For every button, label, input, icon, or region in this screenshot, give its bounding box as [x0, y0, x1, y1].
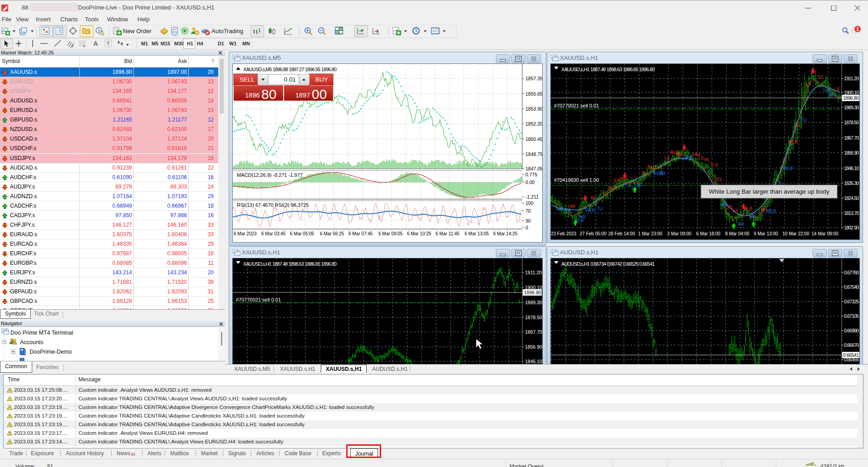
- svg-text:1911.20: 1911.20: [844, 76, 859, 81]
- svg-text:HI: HI: [704, 157, 709, 162]
- svg-text:27 Feb 05:00: 27 Feb 05:00: [580, 231, 607, 236]
- svg-text:BUY: BUY: [315, 76, 328, 83]
- svg-text:SX: SX: [817, 74, 824, 79]
- svg-text:LX: LX: [834, 87, 840, 92]
- svg-text:6 Mar 2023: 6 Mar 2023: [234, 231, 257, 236]
- svg-text:1867.70: 1867.70: [525, 329, 542, 335]
- svg-text:6 Mar 05:05: 6 Mar 05:05: [290, 231, 314, 236]
- svg-text:TLS: TLS: [710, 162, 718, 167]
- svg-text:SX: SX: [591, 195, 597, 200]
- svg-text:0.67325: 0.67325: [844, 299, 859, 304]
- svg-text:SS: SS: [716, 177, 722, 182]
- svg-text:0.67105: 0.67105: [844, 313, 859, 319]
- svg-text:WLB: WLB: [783, 166, 793, 171]
- svg-text:6 Mar 14:25: 6 Mar 14:25: [493, 231, 518, 236]
- svg-text:BH: BH: [676, 151, 682, 156]
- svg-text:6 Mar 07:45: 6 Mar 07:45: [348, 231, 373, 236]
- svg-text:6 Mar 13:05: 6 Mar 13:05: [465, 231, 489, 236]
- svg-text:HR: HR: [659, 171, 665, 176]
- svg-text:T: T: [107, 41, 110, 46]
- svg-text:0: 0: [525, 225, 528, 230]
- svg-text:#70770021 sell 0.01: #70770021 sell 0.01: [554, 103, 599, 108]
- svg-text:1911.20: 1911.20: [525, 270, 542, 275]
- svg-text:HM: HM: [568, 204, 575, 209]
- svg-text:HR: HR: [829, 93, 835, 98]
- svg-text:#70419830 sell 1.00: #70419830 sell 1.00: [554, 177, 599, 183]
- svg-text:6 Mar 09:05: 6 Mar 09:05: [378, 231, 403, 236]
- svg-text:LX: LX: [698, 156, 704, 161]
- svg-text:WLB: WLB: [766, 209, 776, 214]
- svg-text:SS: SS: [726, 204, 733, 209]
- svg-text:1802.90: 1802.90: [844, 225, 859, 230]
- svg-text:XAUUSD.s,H1 1887.48 1898.63 1: XAUUSD.s,H1 1887.48 1898.63 1886.65 1896…: [561, 67, 655, 72]
- svg-text:1850.45: 1850.45: [525, 136, 543, 142]
- svg-text:1889.30: 1889.30: [844, 105, 859, 110]
- svg-text:AR: AR: [557, 207, 563, 212]
- svg-text:9 Mar 13:00: 9 Mar 13:00: [754, 231, 778, 236]
- svg-text:1867.70: 1867.70: [844, 135, 859, 141]
- svg-text:LX: LX: [794, 123, 800, 128]
- svg-text:BLB: BLB: [647, 165, 656, 170]
- svg-text:BLB: BLB: [608, 185, 617, 190]
- svg-text:1824.50: 1824.50: [844, 195, 859, 201]
- svg-text:0.66890: 0.66890: [844, 328, 859, 333]
- svg-text:1900.10: 1900.10: [844, 90, 859, 95]
- svg-text:1846.10: 1846.10: [844, 165, 859, 171]
- svg-text:30: 30: [525, 218, 531, 224]
- svg-text:0.67760: 0.67760: [844, 270, 859, 275]
- svg-text:#70770021 sell 0.01: #70770021 sell 0.01: [236, 297, 281, 302]
- svg-text:HR: HR: [749, 214, 755, 219]
- svg-text:XAUUSD.s,M5 1896.88 1897.27 1: XAUUSD.s,M5 1896.88 1897.27 1896.55 1896…: [243, 67, 337, 72]
- svg-text:6 Mar 06:25: 6 Mar 06:25: [320, 231, 344, 236]
- svg-text:0.66670: 0.66670: [844, 342, 859, 348]
- svg-text:1847.05: 1847.05: [525, 166, 543, 171]
- svg-text:LX: LX: [664, 155, 670, 160]
- svg-text:HR: HR: [579, 214, 586, 219]
- svg-text:6 Mar 03:45: 6 Mar 03:45: [261, 231, 286, 236]
- svg-text:80: 80: [261, 87, 276, 102]
- svg-text:1856.90: 1856.90: [844, 150, 859, 156]
- svg-text:SX: SX: [613, 178, 620, 183]
- svg-text:1878.50: 1878.50: [525, 315, 542, 320]
- svg-text:3 Mar 09:00: 3 Mar 09:00: [667, 231, 691, 236]
- svg-text:-1.211: -1.211: [525, 194, 539, 199]
- svg-text:1889.30: 1889.30: [525, 300, 542, 305]
- svg-text:1896: 1896: [245, 92, 260, 99]
- svg-text:8 Mar 04:00: 8 Mar 04:00: [725, 231, 750, 236]
- svg-text:AR: AR: [738, 222, 744, 227]
- svg-text:RSI(13) 67.4670 RSI(3) 96.372: RSI(13) 67.4670 RSI(3) 96.3725: [237, 202, 309, 208]
- svg-text:1848.75: 1848.75: [525, 151, 543, 157]
- svg-text:LX: LX: [602, 190, 608, 195]
- svg-text:1 Mar 23:00: 1 Mar 23:00: [638, 231, 662, 236]
- svg-text:BH: BH: [760, 208, 767, 213]
- svg-text:1896.80: 1896.80: [524, 290, 541, 295]
- svg-text:SELL: SELL: [240, 76, 255, 83]
- svg-text:28 Feb 14:00: 28 Feb 14:00: [608, 231, 635, 236]
- svg-text:1896.80: 1896.80: [843, 95, 859, 101]
- svg-text:BLB: BLB: [789, 140, 798, 145]
- svg-text:LX: LX: [806, 82, 812, 87]
- svg-text:6 Mar 10:25: 6 Mar 10:25: [407, 231, 432, 236]
- svg-text:1857.35: 1857.35: [525, 76, 543, 81]
- svg-text:1813.70: 1813.70: [844, 210, 859, 216]
- svg-text:SX: SX: [642, 171, 648, 176]
- svg-text:F: F: [83, 45, 85, 48]
- svg-text:1852.20: 1852.20: [525, 121, 543, 126]
- svg-text:TU: TU: [800, 117, 806, 122]
- svg-text:14 Mar 08:00: 14 Mar 08:00: [812, 231, 839, 236]
- svg-text:WLB: WLB: [585, 208, 595, 213]
- svg-text:1835.30: 1835.30: [844, 180, 859, 186]
- svg-text:00: 00: [312, 87, 327, 102]
- svg-text:MACD(12,26,9) -0.271 -1.977: MACD(12,26,9) -0.271 -1.977: [237, 172, 303, 178]
- svg-text:White Long Bar larger than ave: White Long Bar larger than average up bo…: [709, 188, 829, 195]
- svg-text:AUDUSD.s,H1 0.66734 0.66742 0: AUDUSD.s,H1 0.66734 0.66742 0.66525 0.66…: [561, 261, 655, 267]
- svg-text:0.66541: 0.66541: [843, 352, 859, 358]
- svg-text:70: 70: [525, 208, 531, 214]
- svg-text:6 Mar 11:45: 6 Mar 11:45: [436, 231, 460, 236]
- svg-text:0.00: 0.00: [525, 180, 535, 185]
- svg-text:6 Mar 18:00: 6 Mar 18:00: [696, 231, 721, 236]
- svg-text:1855.65: 1855.65: [525, 91, 543, 97]
- svg-text:XAUUSD.s,H1 1887.48 1898.63 1: XAUUSD.s,H1 1887.48 1898.63 1886.65 1896…: [243, 261, 337, 267]
- svg-text:1878.50: 1878.50: [844, 120, 859, 125]
- svg-text:SX: SX: [732, 208, 739, 213]
